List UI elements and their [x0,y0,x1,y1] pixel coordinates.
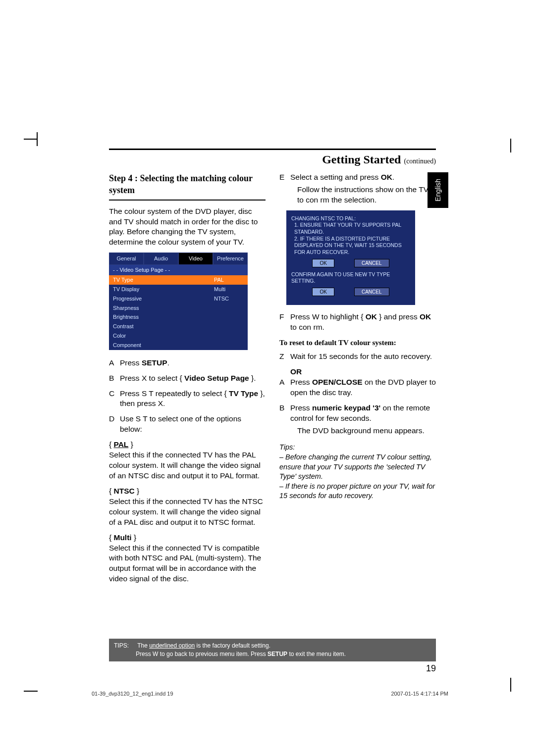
tip-1: – Before changing the current TV colour … [279,453,436,482]
step-heading: Step 4 : Selecting the matching colour s… [109,172,266,201]
title-continued: (continued) [404,157,436,165]
step-a: APress SETUP. [109,358,266,368]
tips-block: Tips: – Before changing the current TV c… [279,443,436,501]
tips-footer-bar: TIPS: The underlined option is the facto… [109,639,436,661]
tips-bar-label: TIPS: [114,642,129,649]
osd-tab: Video [178,252,213,265]
osd-row: TV TypePAL [109,275,248,285]
step-b: BPress X to select { Video Setup Page }. [109,373,266,384]
or-label: OR [290,367,436,377]
section-title: Getting Started (continued) [109,153,436,166]
print-footer: 01-39_dvp3120_12_eng1.indd 19 2007-01-15… [92,691,448,697]
dialog-cancel-button: CANCEL [354,259,389,267]
option-block: { PAL }Select this if the connected TV h… [109,440,266,481]
dialog-title: CHANGING NTSC TO PAL: [291,215,410,222]
osd-row: Color [109,331,248,341]
title-rule [109,149,436,150]
reset-heading: To reset to default TV colour system: [279,338,436,348]
osd-row: ProgressiveNTSC [109,294,248,303]
option-text: Select this if the connected TV is compa… [109,543,266,585]
right-column: ESelect a setting and press OK. Follow t… [279,172,436,589]
dialog-line2: 2. IF THERE IS A DISTORTED PICTURE DISPL… [291,236,410,256]
step-c: CPress S T repeatedly to select { TV Typ… [109,389,266,409]
osd-row: Contrast [109,322,248,331]
option-text: Select this if the connected TV has the … [109,497,266,528]
step-f: FPress W to highlight { OK } and press O… [279,312,436,333]
dialog-ok-button-2: OK [312,288,334,296]
osd-row: Sharpness [109,303,248,313]
reset-step-a: APress OPEN/CLOSE on the DVD player to o… [279,377,436,398]
crop-mark [510,139,511,152]
crop-mark [24,139,38,140]
step-d: DUse S T to select one of the options be… [109,414,266,435]
title-text: Getting Started [322,153,401,166]
footer-timestamp: 2007-01-15 4:17:14 PM [391,691,448,697]
step-e-sub: Follow the instructions show on the TV t… [290,185,436,205]
footer-filename: 01-39_dvp3120_12_eng1.indd 19 [92,691,173,697]
tips-label: Tips: [279,443,436,453]
option-label: { NTSC } [109,486,266,497]
tip-2: – If there is no proper picture on your … [279,482,436,501]
osd-menu-screenshot: GeneralAudioVideoPreference - - Video Se… [109,252,248,350]
option-block: { NTSC }Select this if the connected TV … [109,486,266,528]
osd-header: - - Video Setup Page - - [109,265,248,275]
crop-mark [510,678,511,692]
osd-tab: Preference [213,252,248,265]
dialog-cancel-button-2: CANCEL [354,288,389,296]
option-block: { Multi }Select this if the connected TV… [109,533,266,585]
osd-row: TV DisplayMulti [109,285,248,294]
crop-mark [24,691,38,692]
page-content: Getting Started (continued) Step 4 : Sel… [109,149,436,589]
osd-tab: Audio [144,252,178,265]
option-label: { PAL } [109,440,266,450]
dialog-line1: 1. ENSURE THAT YOUR TV SUPPORTS PAL STAN… [291,222,410,235]
osd-row: Component [109,341,248,350]
left-column: Step 4 : Selecting the matching colour s… [109,172,266,589]
step-e: ESelect a setting and press OK. Follow t… [279,172,436,205]
osd-tab: General [109,252,144,265]
osd-tabs: GeneralAudioVideoPreference [109,252,248,265]
intro-paragraph: The colour system of the DVD player, dis… [109,206,266,248]
reset-step-z: ZWait for 15 seconds for the auto recove… [279,352,436,362]
dialog-confirm: CONFIRM AGAIN TO USE NEW TV TYPE SETTING… [291,271,410,285]
reset-step-b: BPress numeric keypad '3' on the remote … [279,403,436,436]
confirm-dialog-screenshot: CHANGING NTSC TO PAL: 1. ENSURE THAT YOU… [286,210,415,305]
option-text: Select this if the connected TV has the … [109,450,266,481]
option-label: { Multi } [109,533,266,543]
osd-row: Brightness [109,312,248,322]
reset-b-sub: The DVD background menu appears. [290,426,436,436]
dialog-ok-button: OK [312,259,334,267]
page-number: 19 [426,663,436,674]
